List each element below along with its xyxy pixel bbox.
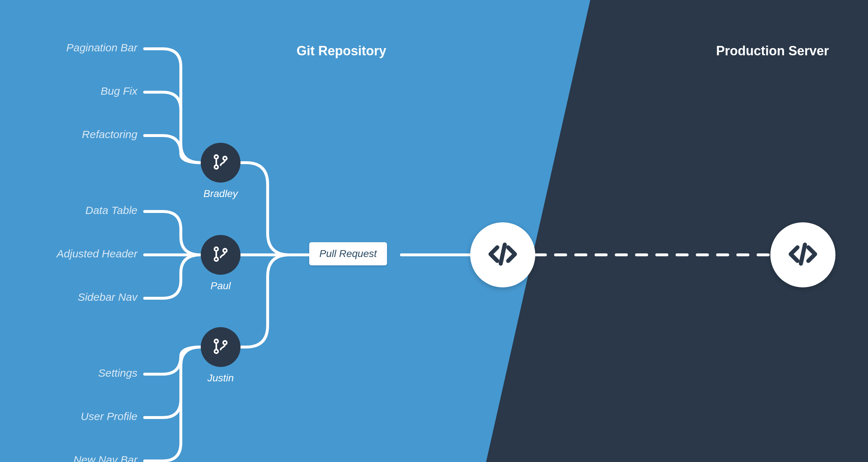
- developer-node-justin: [201, 327, 241, 367]
- branch-label: Refactoring: [36, 128, 137, 141]
- branch-label: New Nav Bar: [36, 454, 137, 462]
- pull-request-box: Pull Request: [309, 242, 387, 265]
- git-branch-icon: [212, 338, 229, 356]
- repository-title: Git Repository: [297, 43, 386, 59]
- production-title: Production Server: [716, 43, 829, 59]
- git-branch-icon: [212, 153, 229, 172]
- developer-node-paul: [201, 235, 241, 275]
- developer-label: Bradley: [195, 188, 246, 200]
- branch-label: User Profile: [36, 410, 137, 423]
- branch-label: Settings: [36, 367, 137, 379]
- branch-label: Pagination Bar: [36, 42, 137, 54]
- git-branch-icon: [212, 245, 229, 264]
- diagram-canvas: { "titles": { "repository": "Git Reposit…: [0, 0, 868, 462]
- code-icon: [787, 238, 819, 272]
- developer-label: Paul: [195, 280, 246, 292]
- svg-line-9: [501, 245, 505, 264]
- code-icon: [486, 238, 519, 272]
- branch-label: Data Table: [36, 204, 137, 217]
- branch-label: Bug Fix: [36, 85, 137, 97]
- branch-label: Sidebar Nav: [36, 291, 137, 303]
- branch-label: Adjusted Header: [36, 248, 137, 260]
- developer-label: Justin: [195, 372, 246, 384]
- svg-line-10: [801, 245, 805, 264]
- production-code-circle: [770, 222, 835, 287]
- developer-node-bradley: [201, 143, 241, 183]
- repository-code-circle: [470, 222, 535, 287]
